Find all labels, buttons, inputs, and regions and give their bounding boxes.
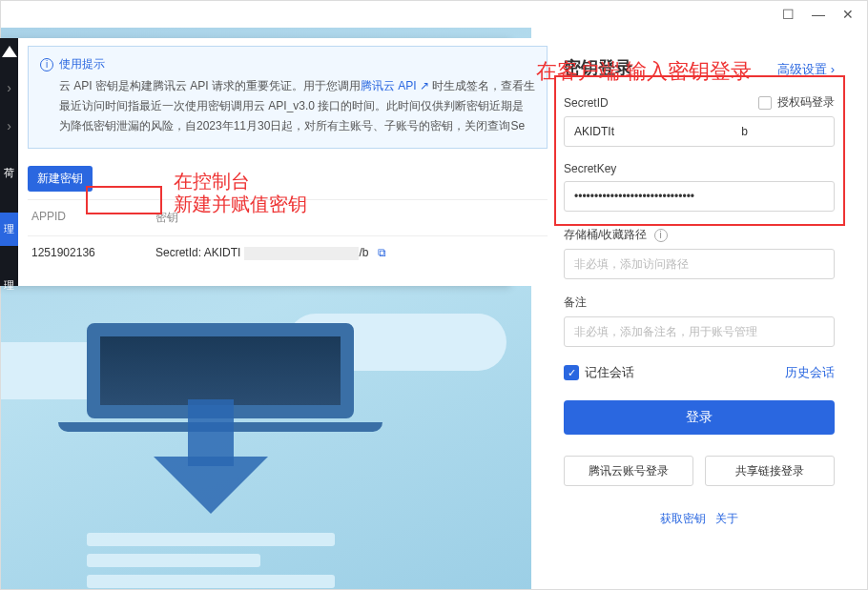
share-link-login-button[interactable]: 共享链接登录 <box>705 456 835 486</box>
tencent-api-link[interactable]: 腾讯云 API ↗ <box>361 79 429 92</box>
tip-bullet: 最近访问时间指最近一次使用密钥调用云 API_v3.0 接口的时间。此时间仅供判… <box>59 98 535 114</box>
help-icon[interactable]: i <box>654 229 668 242</box>
login-panel: 密钥登录 高级设置 › SecretID 授权码登录 SecretKey <box>531 28 867 589</box>
chevron-icon: › <box>7 80 11 95</box>
get-key-link[interactable]: 获取密钥 <box>660 512 706 525</box>
annotation-console-text: 在控制台 新建并赋值密钥 <box>174 170 307 215</box>
sidebar-item[interactable]: 理 <box>0 269 18 302</box>
sidebar-item[interactable]: 理 <box>0 213 18 246</box>
about-link[interactable]: 关于 <box>715 512 738 525</box>
annotation-box-new-key <box>86 186 162 214</box>
annotation-login-text: 在客户端 输入密钥登录 <box>536 59 752 84</box>
appid-value: 1251902136 <box>31 246 155 260</box>
copy-icon[interactable]: ⧉ <box>378 246 386 259</box>
secret-value: SecretId: AKIDTI/b ⧉ <box>155 246 544 260</box>
table-row: 1251902136 SecretId: AKIDTI/b ⧉ <box>28 236 548 270</box>
remember-checkbox[interactable]: ✓ 记住会话 <box>564 364 634 381</box>
tip-box: i 使用提示 云 API 密钥是构建腾讯云 API 请求的重要凭证。用于您调用腾… <box>28 46 548 149</box>
sidebar-item[interactable]: 荷 <box>0 156 18 190</box>
chevron-icon: › <box>7 118 11 133</box>
bucket-label: 存储桶/收藏路径 i <box>564 227 668 243</box>
tip-heading: 使用提示 <box>59 56 105 72</box>
login-button[interactable]: 登录 <box>564 400 835 435</box>
minimize-button[interactable]: — <box>812 7 825 22</box>
tencent-account-login-button[interactable]: 腾讯云账号登录 <box>564 456 693 486</box>
logo-icon <box>2 46 17 57</box>
remember-label: 记住会话 <box>585 364 634 381</box>
external-link-icon: ↗ <box>420 79 429 92</box>
close-button[interactable]: ✕ <box>842 7 854 22</box>
new-key-button[interactable]: 新建密钥 <box>28 166 93 192</box>
annotation-box-login <box>554 75 845 226</box>
console-overlay: › › 荷 理 理 i 使用提示 云 API 密钥是构建腾讯云 API 请求的重… <box>0 38 510 286</box>
arrow-down-icon <box>154 457 268 514</box>
remark-input[interactable] <box>564 316 835 347</box>
tip-bullet: 为降低密钥泄漏的风险，自2023年11月30日起，对所有主账号、子账号的密钥，关… <box>59 118 535 134</box>
bucket-input[interactable] <box>564 249 835 279</box>
tip-bullet: 云 API 密钥是构建腾讯云 API 请求的重要凭证。用于您调用腾讯云 API … <box>59 78 535 94</box>
console-sidebar: › › 荷 理 理 <box>0 38 18 286</box>
history-sessions-link[interactable]: 历史会话 <box>785 364 835 381</box>
doc-deco <box>87 533 335 589</box>
info-icon: i <box>40 58 53 71</box>
mobile-icon[interactable]: ☐ <box>782 7 795 22</box>
remark-label: 备注 <box>564 295 587 311</box>
